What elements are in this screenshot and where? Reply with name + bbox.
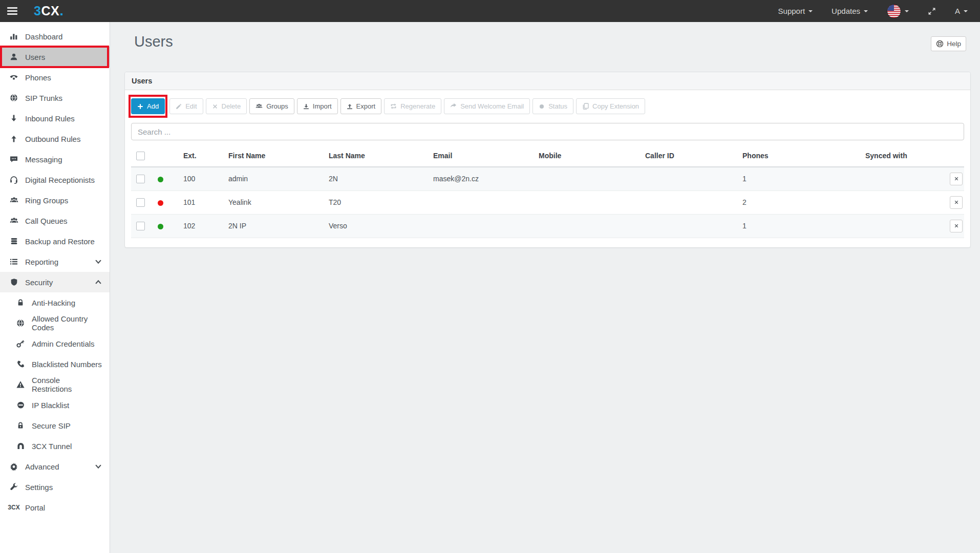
user-icon — [9, 53, 19, 61]
row-checkbox[interactable] — [136, 198, 145, 207]
column-header-caller-id[interactable]: Caller ID — [641, 146, 738, 167]
users-group-icon — [255, 103, 263, 110]
cell-synced-with — [861, 167, 941, 191]
delete-button[interactable]: Delete — [206, 98, 247, 114]
regenerate-button[interactable]: Regenerate — [384, 98, 441, 114]
column-header-synced-with[interactable]: Synced with — [861, 146, 941, 167]
sidebar-item-secure-sip[interactable]: Secure SIP — [0, 415, 110, 436]
remove-row-button[interactable] — [950, 196, 963, 209]
sidebar-item-portal[interactable]: 3CX Portal — [0, 497, 110, 518]
export-button[interactable]: Export — [340, 98, 382, 114]
users-group-icon — [9, 196, 19, 204]
groups-button[interactable]: Groups — [249, 98, 294, 114]
row-checkbox[interactable] — [136, 175, 145, 183]
cell-caller-id — [641, 190, 738, 214]
menu-toggle-icon[interactable] — [7, 6, 17, 16]
sidebar-item-blacklisted-numbers[interactable]: Blacklisted Numbers — [0, 354, 110, 374]
support-menu[interactable]: Support — [778, 7, 813, 15]
cell-synced-with — [861, 190, 941, 214]
brand-3: 3 — [34, 4, 41, 18]
sidebar-item-label: Backup and Restore — [25, 237, 102, 246]
remove-row-button[interactable] — [950, 173, 963, 185]
expand-arrows-icon — [928, 7, 936, 15]
cell-caller-id — [641, 167, 738, 191]
brand-dot — [60, 13, 62, 15]
updates-menu[interactable]: Updates — [832, 7, 868, 15]
column-header-phones[interactable]: Phones — [738, 146, 861, 167]
sidebar-item-admin-credentials[interactable]: Admin Credentials — [0, 333, 110, 354]
column-header-first-name[interactable]: First Name — [224, 146, 325, 167]
sidebar-item-ip-blacklist[interactable]: IP Blacklist — [0, 395, 110, 415]
refresh-icon — [390, 103, 397, 110]
sidebar-item-phones[interactable]: Phones — [0, 67, 110, 88]
sidebar-item-label: Security — [25, 278, 95, 287]
status-button[interactable]: Status — [532, 98, 573, 114]
sidebar-item-label: Phones — [25, 73, 102, 82]
sidebar-security-submenu: Anti-Hacking Allowed Country Codes Admin… — [0, 292, 110, 456]
sidebar-item-dashboard[interactable]: Dashboard — [0, 26, 110, 47]
edit-button[interactable]: Edit — [169, 98, 203, 114]
sidebar-item-inbound-rules[interactable]: Inbound Rules — [0, 108, 110, 129]
database-icon — [9, 237, 19, 245]
sidebar-item-allowed-country-codes[interactable]: Allowed Country Codes — [0, 313, 110, 333]
cell-first-name: admin — [224, 167, 325, 191]
shield-icon — [9, 278, 19, 286]
sidebar-item-digital-receptionists[interactable]: Digital Receptionists — [0, 169, 110, 190]
secure-lock-icon — [15, 421, 26, 430]
brand-logo[interactable]: 3CX — [34, 4, 62, 18]
sidebar-item-3cx-tunnel[interactable]: 3CX Tunnel — [0, 436, 110, 456]
sidebar-item-reporting[interactable]: Reporting — [0, 251, 110, 272]
sidebar-item-advanced[interactable]: Advanced — [0, 456, 110, 477]
sidebar-item-backup-restore[interactable]: Backup and Restore — [0, 231, 110, 251]
wrench-icon — [9, 483, 19, 491]
admin-menu[interactable]: A — [955, 7, 968, 15]
table-row[interactable]: 101 Yealink T20 2 — [131, 190, 964, 214]
select-all-checkbox[interactable] — [136, 152, 145, 160]
column-header-last-name[interactable]: Last Name — [325, 146, 429, 167]
sidebar-item-users[interactable]: Users — [0, 47, 110, 67]
cell-ext: 101 — [179, 190, 224, 214]
ban-icon — [15, 401, 26, 409]
topbar: 3CX Support Updates A — [0, 0, 980, 22]
language-menu[interactable] — [887, 4, 909, 18]
sidebar-item-messaging[interactable]: Messaging — [0, 149, 110, 169]
table-row[interactable]: 100 admin 2N masek@2n.cz 1 — [131, 167, 964, 191]
remove-row-button[interactable] — [950, 220, 963, 232]
fullscreen-button[interactable] — [928, 7, 936, 15]
3cx-logo-icon: 3CX — [9, 504, 19, 511]
add-button[interactable]: Add — [131, 98, 165, 114]
tunnel-icon — [15, 442, 26, 450]
copy-extension-button[interactable]: Copy Extension — [576, 98, 645, 114]
column-header-mobile[interactable]: Mobile — [535, 146, 641, 167]
sidebar-item-sip-trunks[interactable]: SIP Trunks — [0, 88, 110, 108]
sidebar-item-call-queues[interactable]: Call Queues — [0, 210, 110, 231]
sidebar-item-ring-groups[interactable]: Ring Groups — [0, 190, 110, 210]
sidebar-item-anti-hacking[interactable]: Anti-Hacking — [0, 292, 110, 313]
search-input[interactable] — [131, 123, 964, 140]
sidebar-item-label: Anti-Hacking — [32, 299, 102, 307]
chevron-down-icon — [964, 10, 968, 12]
help-button[interactable]: Help — [931, 36, 966, 51]
sidebar: Dashboard Users Phones SIP Trunks Inboun… — [0, 22, 110, 553]
cell-email: masek@2n.cz — [429, 167, 535, 191]
table-row[interactable]: 102 2N IP Verso 1 — [131, 214, 964, 238]
send-welcome-email-button[interactable]: Send Welcome Email — [444, 98, 530, 114]
sidebar-item-label: Admin Credentials — [32, 339, 102, 348]
cell-ext: 102 — [179, 214, 224, 238]
column-header-email[interactable]: Email — [429, 146, 535, 167]
column-header-ext[interactable]: Ext. — [179, 146, 224, 167]
key-icon — [15, 339, 26, 348]
import-button[interactable]: Import — [297, 98, 338, 114]
cell-phones: 2 — [738, 190, 861, 214]
sidebar-item-label: Messaging — [25, 155, 102, 164]
sidebar-item-console-restrictions[interactable]: Console Restrictions — [0, 374, 110, 395]
copy-icon — [582, 103, 589, 110]
sidebar-item-outbound-rules[interactable]: Outbound Rules — [0, 129, 110, 149]
cell-phones: 1 — [738, 167, 861, 191]
status-dot — [158, 200, 163, 206]
gear-icon — [9, 462, 19, 471]
sidebar-item-settings[interactable]: Settings — [0, 477, 110, 497]
x-icon — [212, 103, 218, 110]
sidebar-item-security[interactable]: Security — [0, 272, 110, 292]
row-checkbox[interactable] — [136, 222, 145, 230]
